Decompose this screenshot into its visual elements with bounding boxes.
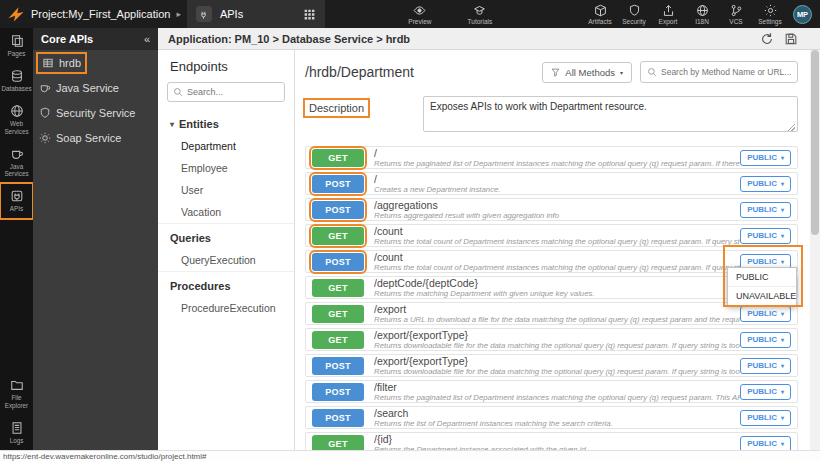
rail-item-pages[interactable]: Pages bbox=[0, 28, 33, 63]
header-controls: All Methods ▾ bbox=[542, 61, 798, 83]
rail-item-logs[interactable]: Logs bbox=[0, 415, 33, 450]
rail-item-apis[interactable]: APIs bbox=[0, 183, 33, 218]
api-row[interactable]: POST /countReturns the total count of De… bbox=[305, 250, 798, 273]
caret-down-icon: ▾ bbox=[781, 414, 784, 421]
visibility-option-unavailable[interactable]: UNAVAILABLE bbox=[728, 286, 796, 305]
visibility-label: PUBLIC bbox=[747, 439, 777, 448]
visibility-dropdown-button[interactable]: PUBLIC▾ bbox=[740, 358, 791, 374]
rail-item-databases[interactable]: Databases bbox=[0, 63, 33, 98]
rail-item-file-explorer[interactable]: File Explorer bbox=[0, 372, 33, 414]
endpoints-search[interactable] bbox=[167, 82, 285, 102]
method-badge-get: GET bbox=[312, 149, 364, 167]
method-badge-get: GET bbox=[312, 435, 364, 451]
export-button[interactable]: Export bbox=[651, 4, 685, 25]
api-row[interactable]: POST /searchReturns the list of Departme… bbox=[305, 406, 798, 429]
api-detail-panel: /hrdb/Department All Methods ▾ Descripti… bbox=[295, 50, 810, 450]
refresh-icon[interactable] bbox=[760, 32, 774, 46]
save-icon[interactable] bbox=[784, 32, 798, 46]
api-row[interactable]: POST /filterReturns the paginated list o… bbox=[305, 380, 798, 403]
hrdb-annotation: hrdb bbox=[39, 55, 84, 71]
sidebar-item-label: Java Service bbox=[56, 82, 119, 94]
api-row[interactable]: GET /deptCode/{deptCode}Returns the matc… bbox=[305, 276, 798, 299]
section-procedures[interactable]: Procedures bbox=[158, 271, 294, 297]
section-entities[interactable]: ▾ Entities bbox=[158, 110, 294, 135]
description-textarea[interactable]: Exposes APIs to work with Department res… bbox=[423, 96, 798, 132]
preview-button[interactable]: Preview bbox=[403, 4, 437, 25]
topbar-center-group: Preview Tutorials bbox=[403, 4, 497, 25]
caret-down-icon: ▾ bbox=[781, 440, 784, 447]
caret-down-icon: ▾ bbox=[781, 336, 784, 343]
sidebar-item-soap-service[interactable]: Soap Service bbox=[33, 125, 158, 150]
collapse-icon[interactable]: « bbox=[144, 33, 150, 45]
endpoints-search-input[interactable] bbox=[187, 87, 279, 97]
topbar-right-group: Artifacts Security Export I18N VCS Setti… bbox=[583, 4, 787, 25]
visibility-dropdown-button[interactable]: PUBLIC▾ bbox=[740, 228, 791, 244]
visibility-dropdown-button[interactable]: PUBLIC▾ bbox=[740, 436, 791, 451]
visibility-label: PUBLIC bbox=[747, 387, 777, 396]
rail-item-java-services[interactable]: Java Services bbox=[0, 141, 33, 183]
i18n-button[interactable]: I18N bbox=[685, 4, 719, 25]
section-queries[interactable]: Queries bbox=[158, 223, 294, 249]
api-row[interactable]: GET /{id}Returns the Department instance… bbox=[305, 432, 798, 450]
method-search-input[interactable] bbox=[661, 67, 791, 77]
security-button[interactable]: Security bbox=[617, 4, 651, 25]
visibility-dropdown-button[interactable]: PUBLIC▾ bbox=[740, 384, 791, 400]
chevron-down-icon: ▾ bbox=[170, 120, 174, 129]
grid-icon[interactable] bbox=[303, 8, 316, 21]
endpoint-path: /export bbox=[374, 303, 740, 315]
method-badge-post: POST bbox=[312, 175, 364, 193]
api-row[interactable]: POST /Creates a new Department instance.… bbox=[305, 172, 798, 195]
sidebar-item-java-service[interactable]: Java Service bbox=[33, 75, 158, 100]
workspace-tab-label: APIs bbox=[220, 8, 295, 20]
api-row[interactable]: GET /exportReturns a URL to download a f… bbox=[305, 302, 798, 325]
sidebar-item-hrdb[interactable]: hrdb bbox=[33, 50, 158, 75]
visibility-dropdown-button[interactable]: PUBLIC▾ bbox=[740, 410, 791, 426]
rail-item-web-services[interactable]: Web Services bbox=[0, 98, 33, 140]
visibility-label: PUBLIC bbox=[747, 335, 777, 344]
endpoint-item-vacation[interactable]: Vacation bbox=[158, 201, 294, 223]
scrollbar-thumb[interactable] bbox=[811, 50, 819, 235]
visibility-dropdown-button[interactable]: PUBLIC▾ bbox=[740, 150, 791, 166]
artifacts-button[interactable]: Artifacts bbox=[583, 4, 617, 25]
visibility-dropdown-button[interactable]: PUBLIC▾ bbox=[740, 306, 791, 322]
vertical-scrollbar[interactable] bbox=[810, 50, 820, 450]
endpoint-description: Returns the total count of Department in… bbox=[374, 237, 740, 246]
settings-button[interactable]: Settings bbox=[753, 4, 787, 25]
api-row[interactable]: POST /aggregationsReturns aggregated res… bbox=[305, 198, 798, 221]
left-rail: Pages Databases Web Services Java Servic… bbox=[0, 28, 33, 450]
description-label: Description bbox=[305, 100, 368, 116]
visibility-label: PUBLIC bbox=[747, 257, 777, 266]
vcs-button[interactable]: VCS bbox=[719, 4, 753, 25]
visibility-option-public[interactable]: PUBLIC bbox=[728, 268, 796, 286]
api-row[interactable]: GET /export/{exportType}Returns download… bbox=[305, 328, 798, 351]
tutorials-button[interactable]: Tutorials bbox=[463, 4, 497, 25]
visibility-dropdown-button[interactable]: PUBLIC▾ bbox=[740, 176, 791, 192]
endpoint-description: Returns a URL to download a file for the… bbox=[374, 315, 740, 324]
endpoint-item-employee[interactable]: Employee bbox=[158, 157, 294, 179]
visibility-dropdown-button[interactable]: PUBLIC▾ bbox=[740, 332, 791, 348]
method-badge-get: GET bbox=[312, 331, 364, 349]
endpoint-item-user[interactable]: User bbox=[158, 179, 294, 201]
sidebar-item-security-service[interactable]: Security Service bbox=[33, 100, 158, 125]
workspace-tab-apis[interactable]: APIs bbox=[187, 0, 325, 28]
chevron-right-icon[interactable]: ▸ bbox=[176, 9, 181, 19]
endpoint-path: / bbox=[374, 173, 740, 185]
tutorials-icon bbox=[473, 4, 486, 17]
resize-handle[interactable] bbox=[788, 124, 795, 131]
java-services-icon bbox=[10, 147, 24, 161]
endpoint-path: /export/{exportType} bbox=[374, 355, 740, 367]
visibility-dropdown-button[interactable]: PUBLIC▾ bbox=[740, 202, 791, 218]
sidebar-item-label: Security Service bbox=[56, 107, 135, 119]
methods-filter-dropdown[interactable]: All Methods ▾ bbox=[542, 62, 632, 83]
user-avatar[interactable]: MP bbox=[793, 5, 812, 24]
api-row[interactable]: GET /Returns the paginated list of Depar… bbox=[305, 146, 798, 169]
sidebar-item-label: hrdb bbox=[59, 57, 81, 69]
endpoint-item-procedureexecution[interactable]: ProcedureExecution bbox=[158, 297, 294, 319]
api-row[interactable]: POST /export/{exportType}Returns downloa… bbox=[305, 354, 798, 377]
method-search[interactable] bbox=[640, 61, 798, 83]
endpoint-item-department[interactable]: Department bbox=[158, 135, 294, 157]
artifacts-label: Artifacts bbox=[588, 18, 611, 25]
endpoint-item-queryexecution[interactable]: QueryExecution bbox=[158, 249, 294, 271]
api-row[interactable]: GET /countReturns the total count of Dep… bbox=[305, 224, 798, 247]
app-header: Application: PM_10 > Database Service > … bbox=[158, 28, 820, 50]
